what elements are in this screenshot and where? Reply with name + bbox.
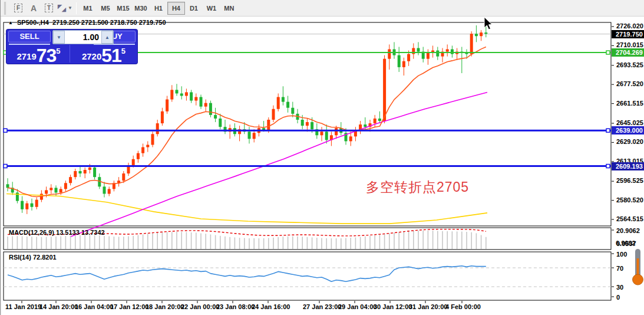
sell-price-sup: 5 — [56, 47, 60, 55]
x-axis-label: 18 Jan 20:00 — [146, 303, 184, 310]
diagonal-arrows-icon: ◤◢ — [58, 4, 66, 12]
x-axis-label: 22 Jan 00:00 — [181, 303, 219, 310]
timeframe-M1[interactable]: M1 — [79, 2, 97, 15]
objects-dropdown-button[interactable]: ◤◢ ▼ — [57, 2, 73, 15]
volume-input[interactable] — [65, 31, 101, 44]
timeframe-M15[interactable]: M15 — [114, 2, 132, 15]
blue-line1-price-box: 2639.000 — [612, 126, 644, 134]
sell-button[interactable]: SELL — [8, 31, 51, 42]
volume-control: ▼ ▲ — [52, 30, 114, 44]
one-click-trading-panel: SELL BUY ▼ ▲ 2719735 2720515 — [6, 29, 137, 64]
thermometer-icon — [630, 248, 644, 287]
price-axis-label: 2596.525 — [616, 177, 643, 184]
x-axis-label: 31 Jan 20:00 — [409, 303, 447, 310]
chart-annotation-text: 多空转折点2705 — [366, 178, 469, 196]
price-axis-label: 2693.525 — [616, 61, 643, 68]
price-axis-label: 2580.520 — [616, 196, 643, 204]
blue-line2-price-box: 2609.193 — [612, 162, 644, 170]
buy-price[interactable]: 2720515 — [72, 45, 135, 63]
x-axis-label: 17 Jan 12:00 — [110, 303, 148, 310]
timeframe-MN[interactable]: MN — [220, 2, 238, 15]
toolbar-gripper[interactable] — [4, 2, 9, 15]
timeframe-M30[interactable]: M30 — [132, 2, 150, 15]
bid-price-box: 2719.750 — [612, 30, 644, 38]
green-line-price-box: 2704.269 — [612, 48, 644, 57]
x-axis-label: 14 Jan 20:00 — [39, 303, 78, 310]
volume-increase-button[interactable]: ▲ — [101, 31, 113, 44]
text-label-button[interactable]: A — [27, 2, 41, 15]
timeframe-H4[interactable]: H4 — [167, 2, 185, 15]
timeframe-bar: M1M5M15M30H1H4D1W1MN — [79, 2, 238, 15]
dropdown-caret-icon: ▼ — [68, 5, 72, 11]
x-axis-label: 29 Jan 04:00 — [338, 303, 377, 310]
price-axis-label: 2677.520 — [616, 80, 643, 87]
price-axis-label: 2629.020 — [616, 138, 643, 145]
chart-shift-button[interactable]: F — [11, 2, 25, 15]
timeframe-W1[interactable]: W1 — [203, 2, 220, 15]
rsi-scale-label: 0 — [616, 294, 620, 301]
price-axis-label: 2645.025 — [616, 119, 643, 126]
text-box-button[interactable]: T — [42, 2, 56, 15]
x-axis-label: 16 Jan 04:00 — [75, 303, 113, 310]
buy-price-base: 2720 — [82, 51, 101, 61]
price-axis-label: 2564.515 — [616, 215, 643, 222]
x-axis-label: 30 Jan 12:00 — [374, 303, 412, 310]
mouse-cursor-icon — [484, 17, 494, 31]
price-axis-label: 2710.015 — [616, 41, 643, 48]
timeframe-M5[interactable]: M5 — [97, 2, 114, 15]
price-axis-label: 2661.515 — [616, 100, 643, 107]
toolbar: F A T ◤◢ ▼ M1M5M15M30H1H4D1W1MN — [1, 0, 644, 17]
trading-terminal-window: F A T ◤◢ ▼ M1M5M15M30H1H4D1W1MN ▲ SP500-… — [0, 0, 644, 315]
macd-indicator-label: MACD(12,26,9) 13.5133 13.7342 — [9, 229, 105, 236]
x-axis-label: 27 Jan 23:00 — [303, 303, 341, 310]
toolbar-separator — [76, 2, 77, 14]
buy-price-main: 51 — [101, 45, 121, 66]
x-axis-label: 23 Jan 08:00 — [216, 303, 255, 310]
price-axis-label: 2726.020 — [616, 22, 643, 29]
rsi-scale-label: 70 — [616, 265, 623, 272]
timeframe-D1[interactable]: D1 — [185, 2, 203, 15]
macd-scale-max: 20.9062 — [616, 227, 640, 234]
x-axis-label: 11 Jan 2019 — [5, 303, 41, 310]
sell-price[interactable]: 2719735 — [8, 45, 70, 63]
rsi-indicator-label: RSI(14) 72.8201 — [9, 254, 57, 261]
x-axis-label: 4 Feb 00:00 — [445, 303, 481, 310]
text-box-icon: T — [45, 4, 53, 12]
rsi-scale-label: 30 — [616, 284, 623, 291]
rsi-scale-label: 100 — [616, 251, 627, 258]
chart-shift-icon: F — [14, 4, 22, 12]
macd-scale-mid: 6.9062 — [616, 239, 636, 247]
buy-price-sup: 5 — [121, 47, 126, 55]
volume-decrease-button[interactable]: ▼ — [53, 31, 65, 44]
x-axis-label: 24 Jan 16:00 — [252, 303, 290, 310]
sell-price-main: 73 — [37, 45, 57, 66]
timeframe-H1[interactable]: H1 — [150, 2, 167, 15]
sell-price-base: 2719 — [16, 51, 36, 61]
